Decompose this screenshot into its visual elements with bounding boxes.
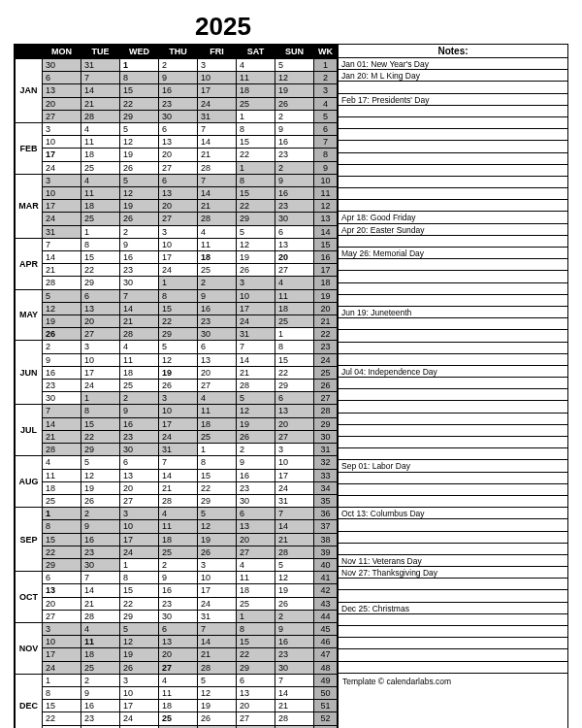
day-cell: 20 — [43, 597, 81, 610]
day-cell: 31 — [43, 225, 81, 238]
day-cell: 6 — [43, 572, 81, 584]
day-cell: 25 — [198, 430, 237, 443]
week-number-cell: 10 — [314, 174, 338, 186]
calendar-row: 2728293031125 — [16, 110, 338, 122]
day-cell: 19 — [275, 584, 314, 597]
day-cell: 19 — [275, 84, 314, 97]
day-cell: 2 — [43, 341, 81, 353]
day-cell: 9 — [43, 353, 81, 366]
day-cell: 1 — [81, 392, 120, 405]
note-line: Jun 19: Juneteenth — [339, 307, 567, 318]
day-cell: 4 — [81, 622, 120, 635]
day-cell: 22 — [120, 597, 159, 610]
day-cell: 28 — [81, 610, 120, 622]
day-cell: 24 — [198, 597, 237, 610]
note-line — [339, 343, 567, 354]
day-cell: 29 — [43, 558, 81, 571]
day-cell: 8 — [43, 686, 81, 699]
week-number-cell: 23 — [314, 341, 338, 353]
day-cell: 9 — [81, 686, 120, 699]
note-line — [339, 401, 567, 413]
day-cell: 8 — [237, 123, 275, 136]
calendar-row: 89101112131450 — [16, 686, 338, 699]
day-cell: 4 — [275, 277, 314, 289]
week-number-cell: 32 — [314, 456, 338, 469]
day-cell: 13 — [159, 136, 198, 149]
day-cell: 17 — [198, 584, 237, 597]
day-cell: 26 — [43, 328, 81, 341]
day-cell: 1 — [237, 110, 275, 122]
day-cell: 19 — [120, 200, 159, 213]
day-cell: 24 — [43, 213, 81, 225]
week-number-cell: 33 — [314, 469, 338, 481]
day-cell: 14 — [198, 636, 237, 648]
day-cell: 10 — [120, 686, 159, 699]
day-cell: 2 — [120, 225, 159, 238]
calendar-row: APR7891011121315 — [16, 238, 338, 250]
calendar-row: 202122232425264 — [16, 97, 338, 110]
day-cell: 16 — [159, 84, 198, 97]
week-number-cell: 46 — [314, 636, 338, 648]
calendar-row: 1617181920212225 — [16, 366, 338, 379]
note-line: Nov 27: Thanksgiving Day — [339, 567, 567, 579]
day-cell: 12 — [120, 136, 159, 149]
day-cell: 6 — [198, 341, 237, 353]
day-cell: 2 — [237, 444, 275, 456]
day-cell: 11 — [237, 72, 275, 84]
week-number-cell: 13 — [314, 213, 338, 225]
day-cell: 5 — [120, 174, 159, 186]
day-cell: 18 — [237, 584, 275, 597]
month-label: APR — [16, 238, 43, 289]
day-cell: 19 — [237, 251, 275, 264]
week-number-cell: 47 — [314, 648, 338, 661]
day-cell: 13 — [198, 353, 237, 366]
day-cell: 29 — [198, 494, 237, 507]
day-cell: 23 — [275, 648, 314, 661]
calendar-row: NOV345678945 — [16, 622, 338, 635]
calendar-row: 1718192021222347 — [16, 648, 338, 661]
day-cell: 11 — [81, 187, 120, 200]
note-line — [339, 579, 567, 590]
week-number-cell: 6 — [314, 123, 338, 136]
day-cell: 14 — [81, 584, 120, 597]
day-cell: 28 — [275, 546, 314, 558]
day-cell: 25 — [237, 97, 275, 110]
day-cell: 31 — [159, 444, 198, 456]
week-number-cell: 49 — [314, 674, 338, 686]
day-cell: 13 — [275, 238, 314, 250]
day-cell: 24 — [237, 315, 275, 328]
calendar-row: 1011121314151611 — [16, 187, 338, 200]
day-cell: 31 — [237, 328, 275, 341]
day-cell: 5 — [198, 508, 237, 520]
day-cell: 21 — [43, 264, 81, 277]
header-wed: WED — [120, 46, 159, 59]
day-cell: 20 — [237, 533, 275, 546]
day-cell: 15 — [237, 136, 275, 149]
day-cell: 29 — [81, 444, 120, 456]
day-cell: 18 — [81, 648, 120, 661]
day-cell: 27 — [43, 610, 81, 622]
day-cell: 2 — [81, 674, 120, 686]
week-number-cell: 44 — [314, 610, 338, 622]
calendar-row: FEB34567896 — [16, 123, 338, 136]
day-cell: 17 — [159, 417, 198, 430]
day-cell: 26 — [237, 430, 275, 443]
day-cell: 29 — [159, 328, 198, 341]
day-cell: 5 — [237, 225, 275, 238]
month-label: DEC — [16, 674, 43, 728]
calendar-table: MON TUE WED THU FRI SAT SUN WK JAN303112… — [15, 45, 338, 728]
day-cell: 11 — [159, 520, 198, 533]
footer-credit: Template © calendarlabs.com — [339, 674, 567, 687]
day-cell: 22 — [237, 200, 275, 213]
day-cell: 18 — [81, 149, 120, 161]
day-cell: 21 — [275, 533, 314, 546]
day-cell: 30 — [120, 277, 159, 289]
day-cell: 8 — [159, 289, 198, 302]
day-cell: 8 — [43, 520, 81, 533]
day-cell: 26 — [275, 97, 314, 110]
calendar-row: SEP123456736 — [16, 508, 338, 520]
note-line — [339, 626, 567, 638]
week-number-cell: 39 — [314, 546, 338, 558]
day-cell: 12 — [120, 187, 159, 200]
note-line — [339, 414, 567, 425]
